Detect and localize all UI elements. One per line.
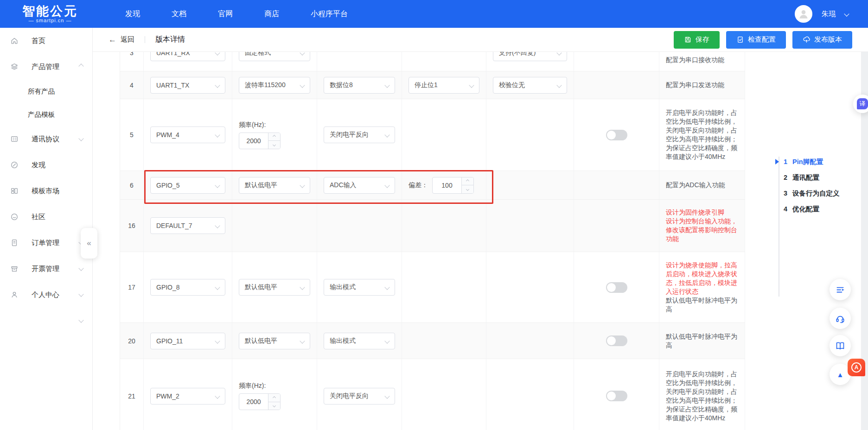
book-fab-button[interactable] xyxy=(830,335,851,356)
description-text: 默认低电平时脉冲电平为高 xyxy=(666,296,738,314)
description-text: 开启电平反向功能时，占空比为低电平持续比例，关闭电平反向功能时，占空比为高电平持… xyxy=(666,370,738,423)
select-value: 关闭电平反向 xyxy=(330,392,369,400)
step-number: 1 xyxy=(784,158,787,165)
pin-select[interactable]: PWM_2 xyxy=(150,388,225,405)
pin-cell xyxy=(317,52,402,71)
anchor-step-4[interactable]: 4优化配置 xyxy=(784,201,840,217)
pin-select[interactable]: GPIO_5 xyxy=(150,177,225,194)
pin-cell: 输出模式 xyxy=(317,252,402,322)
config-select[interactable]: 停止位1 xyxy=(408,77,479,94)
username[interactable]: 朱琨 xyxy=(822,10,836,19)
config-select[interactable]: 默认低电平 xyxy=(239,333,310,349)
pin-cell: GPIO_8 xyxy=(144,252,232,322)
pin-select[interactable]: UART1_TX xyxy=(150,77,225,94)
sidebar-item-chevron-only[interactable] xyxy=(0,308,92,334)
ai-assistant-button[interactable]: A xyxy=(848,359,865,376)
config-select[interactable]: ADC输入 xyxy=(324,177,395,194)
sidebar-item[interactable]: 通讯协议 xyxy=(0,126,92,152)
chevron-down-icon[interactable] xyxy=(844,11,849,16)
user-icon xyxy=(10,291,25,299)
stepper-down-button[interactable] xyxy=(462,185,473,193)
sidebar-item[interactable]: 产品模板 xyxy=(0,103,92,126)
sidebar-item[interactable]: 订单管理 xyxy=(0,230,92,256)
check-config-button[interactable]: 检查配置 xyxy=(726,31,786,49)
config-select[interactable]: 支持(不回复) xyxy=(493,52,567,61)
toggle-cell xyxy=(574,323,659,359)
toggle-switch[interactable] xyxy=(606,130,627,140)
sidebar-item[interactable]: 社区 xyxy=(0,204,92,230)
number-value: 2000 xyxy=(239,133,268,149)
pin-select[interactable]: GPIO_8 xyxy=(150,279,225,296)
config-select[interactable]: 默认低电平 xyxy=(239,177,310,194)
sidebar-item-label: 产品管理 xyxy=(32,63,59,71)
anchor-step-3[interactable]: 3设备行为自定义 xyxy=(784,185,840,201)
top-nav-item[interactable]: 发现 xyxy=(109,9,156,19)
pin-description: 开启电平反向功能时，占空比为低电平持续比例，关闭电平反向功能时，占空比为高电平持… xyxy=(659,359,745,430)
select-value: DEFAULT_7 xyxy=(156,222,192,229)
config-select[interactable]: 校验位无 xyxy=(493,77,567,94)
pin-select[interactable]: PWM_4 xyxy=(150,126,225,143)
stepper-up-button[interactable] xyxy=(268,133,280,141)
sidebar-collapse-button[interactable]: « xyxy=(81,228,97,259)
translate-button[interactable]: 译 xyxy=(853,95,868,113)
toggle-switch[interactable] xyxy=(606,391,627,401)
stepper-down-button[interactable] xyxy=(268,140,280,149)
config-select[interactable]: 数据位8 xyxy=(324,77,395,94)
number-input[interactable]: 2000 xyxy=(239,393,281,410)
sidebar-item[interactable]: 发现 xyxy=(0,152,92,178)
publish-button[interactable]: 发布版本 xyxy=(792,31,852,49)
invoice-icon xyxy=(10,265,25,273)
select-value: 输出模式 xyxy=(330,283,356,291)
stepper-up-button[interactable] xyxy=(462,177,473,185)
stepper-down-button[interactable] xyxy=(268,402,280,410)
top-nav-item[interactable]: 商店 xyxy=(249,9,295,19)
pin-cell: 波特率115200 xyxy=(232,71,317,99)
description-text: 配置为串口发送功能 xyxy=(666,81,724,89)
config-select[interactable]: 输出模式 xyxy=(324,279,395,296)
book-icon xyxy=(835,341,845,351)
pin-number-value: 16 xyxy=(128,222,135,229)
top-nav-item[interactable]: 官网 xyxy=(202,9,249,19)
description-text: 默认低电平时脉冲电平为高 xyxy=(666,332,738,350)
sidebar-item[interactable]: 首页 xyxy=(0,28,92,54)
sidebar-item[interactable]: 所有产品 xyxy=(0,80,92,103)
save-button[interactable]: 保存 xyxy=(674,31,720,49)
step-label: 通讯配置 xyxy=(792,173,819,182)
anchor-step-2[interactable]: 2通讯配置 xyxy=(784,170,840,185)
sidebar-item[interactable]: 模板市场 xyxy=(0,178,92,204)
config-select[interactable]: 关闭电平反向 xyxy=(324,126,395,143)
stepper-up-button[interactable] xyxy=(268,394,280,402)
headset-fab-button[interactable] xyxy=(830,308,851,329)
toggle-switch[interactable] xyxy=(606,282,627,293)
select-value: ADC输入 xyxy=(330,181,357,190)
number-input[interactable]: 100 xyxy=(432,177,474,194)
config-select[interactable]: 关闭电平反向 xyxy=(324,388,395,405)
anchor-step-1[interactable]: 1Pin脚配置 xyxy=(784,154,840,170)
pin-cell: PWM_4 xyxy=(144,99,232,171)
warning-text: 设计为烧录使能脚，拉高后启动，模块进入烧录状态，拉低后启动，模块进入运行状态 xyxy=(666,261,738,296)
toggle-switch[interactable] xyxy=(606,335,627,346)
feedback-fab-button[interactable] xyxy=(830,279,851,300)
config-select[interactable]: 默认低电平 xyxy=(239,279,310,296)
pin-select[interactable]: DEFAULT_7 xyxy=(150,217,225,234)
sidebar-item[interactable]: 产品管理 xyxy=(0,54,92,80)
back-button[interactable]: ← 返回 xyxy=(108,35,134,44)
config-select[interactable]: 输出模式 xyxy=(324,333,395,349)
top-nav-item[interactable]: 文档 xyxy=(156,9,202,19)
config-select[interactable]: 波特率115200 xyxy=(239,77,310,94)
pin-number-value: 5 xyxy=(130,131,134,139)
chevron-down-icon xyxy=(78,136,83,141)
avatar[interactable] xyxy=(795,5,812,23)
sidebar-item[interactable]: 个人中心 xyxy=(0,282,92,308)
top-nav-item[interactable]: 小程序平台 xyxy=(295,9,364,19)
pin-number-value: 17 xyxy=(128,284,135,291)
sidebar-item[interactable]: 开票管理 xyxy=(0,256,92,282)
chevron-down-icon xyxy=(78,266,83,271)
config-select[interactable]: 固定格式 xyxy=(239,52,310,61)
description-text: 配置为串口接收功能 xyxy=(666,56,724,64)
number-input[interactable]: 2000 xyxy=(239,133,281,149)
pin-select[interactable]: UART1_RX xyxy=(150,52,225,61)
pin-select[interactable]: GPIO_11 xyxy=(150,333,225,349)
sidebar-item-label: 产品模板 xyxy=(28,110,55,119)
pin-cell xyxy=(402,359,486,430)
